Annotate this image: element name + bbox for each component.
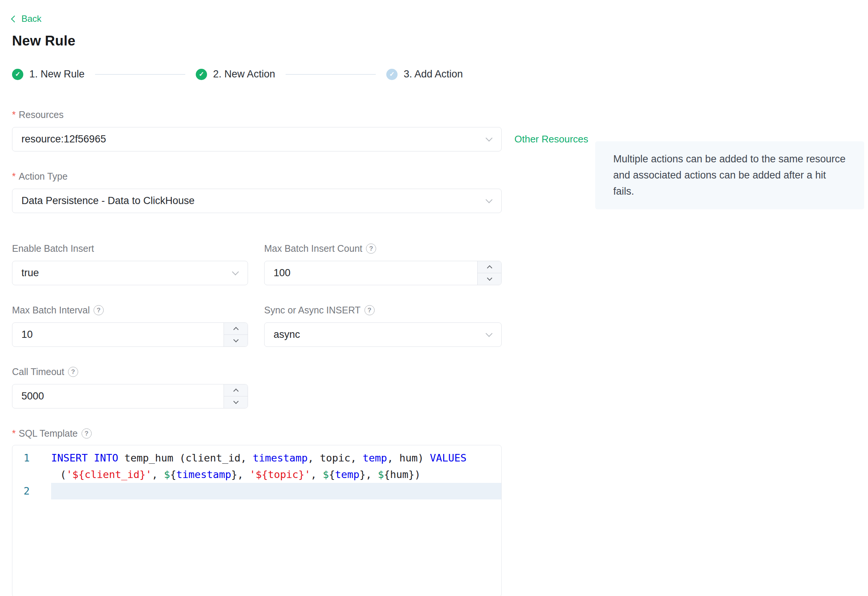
decrement-button[interactable] — [224, 396, 248, 408]
number-spinner — [224, 384, 248, 408]
stepper: ✓ 1. New Rule ✓ 2. New Action ✓ 3. Add A… — [12, 68, 868, 80]
code-text — [51, 483, 501, 499]
step-connector — [286, 74, 376, 75]
enable-batch-value: true — [21, 267, 39, 279]
sync-async-label: Sync or Async INSERT ? — [264, 305, 502, 316]
line-number: 2 — [12, 483, 51, 499]
action-type-select[interactable]: Data Persistence - Data to ClickHouse — [12, 189, 502, 213]
resources-label: * Resources — [12, 109, 868, 120]
max-batch-interval-field: Max Batch Interval ? 10 — [12, 305, 248, 347]
code-line: 1INSERT INTO temp_hum (client_id, timest… — [12, 450, 501, 466]
help-icon[interactable]: ? — [82, 428, 92, 439]
step-label: 1. New Rule — [29, 68, 85, 80]
help-icon[interactable]: ? — [68, 367, 78, 377]
number-spinner — [224, 323, 248, 346]
back-chevron-icon — [11, 15, 18, 22]
info-box: Multiple actions can be added to the sam… — [595, 141, 864, 209]
required-asterisk: * — [12, 428, 16, 439]
call-timeout-value: 5000 — [21, 390, 44, 402]
resources-select-value: resource:12f56965 — [21, 133, 106, 145]
step-connector — [95, 74, 185, 75]
step-label: 3. Add Action — [404, 68, 463, 80]
step-new-rule[interactable]: ✓ 1. New Rule — [12, 68, 85, 80]
code-line: 2 — [12, 483, 501, 499]
back-label: Back — [21, 14, 41, 24]
page-title: New Rule — [12, 33, 868, 49]
sync-async-select[interactable]: async — [264, 322, 502, 347]
sync-async-value: async — [274, 329, 300, 340]
sql-template-label: * SQL Template ? — [12, 428, 868, 439]
batch-row: Enable Batch Insert true Max Batch Inser… — [12, 243, 868, 285]
max-batch-count-field: Max Batch Insert Count ? 100 — [264, 243, 502, 285]
enable-batch-label: Enable Batch Insert — [12, 243, 248, 254]
decrement-button[interactable] — [478, 273, 501, 285]
sync-async-field: Sync or Async INSERT ? async — [264, 305, 502, 347]
help-icon[interactable]: ? — [94, 305, 104, 315]
chevron-down-icon — [487, 275, 492, 281]
line-number — [12, 466, 51, 483]
max-batch-interval-label: Max Batch Interval ? — [12, 305, 248, 316]
line-number: 1 — [12, 450, 51, 466]
chevron-down-icon — [232, 268, 239, 275]
increment-button[interactable] — [224, 384, 248, 396]
new-rule-page: Back New Rule ✓ 1. New Rule ✓ 2. New Act… — [0, 0, 868, 596]
number-spinner — [477, 261, 501, 285]
chevron-down-icon — [485, 330, 492, 337]
chevron-down-icon — [233, 337, 238, 342]
code-text: ('${client_id}', ${timestamp}, '${topic}… — [51, 466, 501, 483]
max-batch-interval-input[interactable]: 10 — [12, 322, 248, 347]
increment-button[interactable] — [224, 323, 248, 335]
chevron-down-icon — [485, 196, 492, 203]
decrement-button[interactable] — [224, 335, 248, 346]
step-new-action[interactable]: ✓ 2. New Action — [196, 68, 275, 80]
sql-template-editor[interactable]: 1INSERT INTO temp_hum (client_id, timest… — [12, 445, 502, 596]
step-label: 2. New Action — [213, 68, 275, 80]
check-icon: ✓ — [196, 69, 207, 80]
back-link[interactable]: Back — [12, 14, 41, 24]
call-timeout-label: Call Timeout ? — [12, 366, 868, 377]
increment-button[interactable] — [478, 261, 501, 273]
action-type-select-value: Data Persistence - Data to ClickHouse — [21, 195, 195, 207]
chevron-up-icon — [233, 389, 238, 394]
code-text: INSERT INTO temp_hum (client_id, timesta… — [51, 450, 501, 466]
chevron-down-icon — [233, 399, 238, 404]
check-icon: ✓ — [12, 69, 23, 80]
max-batch-count-input[interactable]: 100 — [264, 261, 502, 285]
required-asterisk: * — [12, 171, 16, 182]
max-batch-count-value: 100 — [274, 267, 290, 279]
required-asterisk: * — [12, 109, 16, 120]
interval-row: Max Batch Interval ? 10 Sync or Async IN… — [12, 305, 868, 347]
chevron-down-icon — [485, 135, 492, 141]
enable-batch-select[interactable]: true — [12, 261, 248, 285]
check-icon: ✓ — [386, 69, 398, 80]
enable-batch-field: Enable Batch Insert true — [12, 243, 248, 285]
other-resources-link[interactable]: Other Resources — [514, 133, 588, 145]
help-icon[interactable]: ? — [364, 305, 375, 315]
chevron-up-icon — [487, 265, 492, 271]
max-batch-interval-value: 10 — [21, 329, 33, 340]
step-add-action[interactable]: ✓ 3. Add Action — [386, 68, 463, 80]
call-timeout-input[interactable]: 5000 — [12, 384, 248, 408]
resources-select[interactable]: resource:12f56965 — [12, 127, 502, 151]
max-batch-count-label: Max Batch Insert Count ? — [264, 243, 502, 254]
code-line: ('${client_id}', ${timestamp}, '${topic}… — [12, 466, 501, 483]
help-icon[interactable]: ? — [366, 244, 376, 254]
chevron-up-icon — [233, 327, 238, 332]
